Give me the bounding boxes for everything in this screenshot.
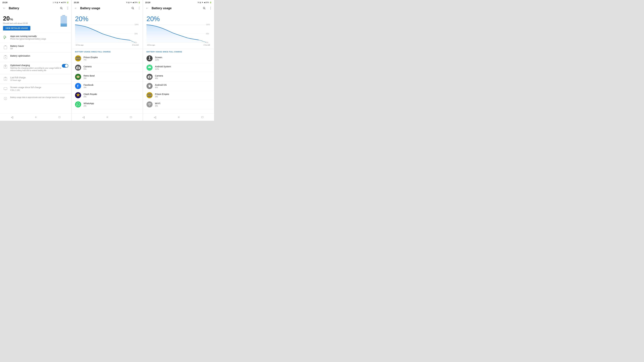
svg-rect-39: [76, 59, 80, 60]
android-os-text: Android OS 4%: [155, 84, 167, 89]
svg-rect-44: [77, 66, 78, 67]
list-item[interactable]: Clash Royale 2%: [72, 91, 143, 100]
battery-icon-wrap: [59, 15, 68, 27]
app-icon-screen: [146, 55, 152, 61]
app-icon-android-os: [146, 83, 152, 89]
svg-point-84: [149, 105, 150, 106]
signal-icon-2: ◀: [132, 1, 134, 3]
status-bar-1: 23:20 ▷ N ▥ ▼ ◀ 20% 🔋: [0, 0, 71, 4]
chart-labels-3: 13 hrs ago 4 hrs left: [146, 44, 210, 46]
facebook-name: Facebook: [84, 84, 94, 86]
prison-empire-3-pct: 3%: [155, 95, 169, 98]
facebook-pct: 3%: [84, 86, 94, 89]
list-item[interactable]: Prison Empire 3%: [143, 91, 214, 100]
recents-nav-1[interactable]: □: [56, 114, 63, 120]
optimised-charging-main: Optimised charging: [10, 64, 62, 66]
camera-3-pct: 4%: [155, 77, 163, 79]
settings-item-optimised-charging[interactable]: Optimised charging Optimise the charging…: [0, 62, 71, 74]
back-button-2[interactable]: ←: [74, 6, 78, 10]
panel-battery-usage-3: 23:20 N ▥ ▼ ◀ 20% 🔋 ← Battery usage ⋮ 20…: [143, 0, 214, 121]
list-item[interactable]: Android OS 4%: [143, 81, 214, 91]
battery-saver-sub: Off: [10, 47, 24, 50]
list-item[interactable]: f Facebook 3%: [72, 81, 143, 91]
battery-saver-main: Battery Saver: [10, 45, 24, 47]
recents-nav-2[interactable]: □: [127, 114, 135, 120]
more-options-icon-3[interactable]: ⋮: [208, 6, 213, 10]
settings-item-battery-opt[interactable]: Battery optimisation: [0, 52, 71, 62]
app-icon-camera: [75, 65, 81, 71]
list-item[interactable]: Android System 11%: [143, 63, 214, 72]
list-item[interactable]: Camera 5%: [72, 63, 143, 72]
chart-y-labels-2: 100% 50% 0%: [134, 24, 138, 43]
back-button-1[interactable]: ←: [2, 6, 6, 10]
settings-item-battery-saver[interactable]: Battery Saver Off: [0, 42, 71, 52]
back-button-3[interactable]: ←: [145, 6, 149, 10]
battery-opt-text: Battery optimisation: [10, 54, 30, 57]
battery-icon-status-3: 🔋: [210, 1, 212, 3]
recents-nav-3[interactable]: □: [198, 114, 206, 120]
optimised-charging-toggle[interactable]: [62, 64, 68, 68]
back-nav-3[interactable]: ◁: [151, 114, 159, 120]
chart-area-3: 100% 50% 0%: [146, 24, 210, 43]
list-item[interactable]: Prison Empire 7%: [72, 54, 143, 63]
battery-percent-status-3: 20%: [206, 1, 209, 3]
section-header-3: BATTERY USAGE SINCE FULL CHARGE: [143, 49, 214, 54]
svg-point-21: [5, 79, 6, 80]
whatsapp-text: WhatsApp 2%: [84, 102, 94, 107]
last-charge-main: Last full charge: [10, 76, 26, 79]
search-icon-2[interactable]: [131, 6, 135, 10]
nfc-icon-3: N: [198, 1, 199, 3]
disclaimer-item: Battery usage data is approximate and ca…: [0, 94, 71, 103]
clash-royale-pct: 2%: [84, 95, 97, 98]
svg-point-43: [78, 68, 78, 68]
app-icon-android-system: [146, 65, 152, 71]
back-nav-1[interactable]: ◁: [8, 114, 16, 120]
svg-rect-8: [4, 38, 5, 38]
disclaimer-text: Battery usage data is approximate and ca…: [10, 96, 65, 99]
battery-icon-status-1: 🔋: [67, 1, 69, 3]
chart-labels-2: 13 hrs ago 4 hrs left: [75, 44, 139, 46]
app-icon-prison-empire: [75, 55, 81, 61]
chart-container-3: 100% 50% 0% 13 hrs ago 4 hrs left: [146, 24, 210, 46]
list-item[interactable]: Camera 4%: [143, 72, 214, 81]
vibrate-icon-3: ▥: [200, 1, 201, 3]
svg-rect-6: [4, 36, 5, 38]
search-icon-3[interactable]: [202, 6, 206, 10]
list-item[interactable]: Retro Bowl 3%: [72, 72, 143, 81]
list-item[interactable]: WhatsApp 2%: [72, 100, 143, 109]
battery-graphic: [60, 15, 68, 27]
top-bar-icons-1: ⋮: [59, 6, 70, 10]
apps-normal-main: Apps are running normally: [10, 35, 46, 37]
wifi-name: Wi-Fi: [155, 102, 160, 105]
settings-item-apps-normal[interactable]: Apps are running normally Phone has typi…: [0, 33, 71, 42]
whatsapp-name: WhatsApp: [84, 102, 94, 105]
app-icon-retro-bowl: [75, 74, 81, 80]
chart-area-2: 100% 50% 0%: [75, 24, 139, 43]
status-time-2: 23:20: [74, 1, 79, 3]
clash-royale-name: Clash Royale: [84, 93, 97, 95]
home-nav-3[interactable]: ○: [175, 114, 182, 120]
home-nav-1[interactable]: ○: [32, 114, 40, 120]
battery-opt-main: Battery optimisation: [10, 54, 30, 57]
search-icon-1[interactable]: [59, 6, 64, 10]
battery-info: 20 % Should last until about 03:00 VIEW …: [3, 15, 30, 30]
back-nav-2[interactable]: ◁: [80, 114, 88, 120]
svg-point-73: [149, 85, 149, 86]
list-item[interactable]: Wi-Fi 3%: [143, 100, 214, 109]
prison-empire-name: Prison Empire: [84, 56, 98, 58]
chart-container-2: 100% 50% 0% 13 hrs ago 4 hrs left: [75, 24, 139, 46]
nfc-icon: N: [55, 1, 56, 3]
svg-rect-71: [149, 75, 150, 76]
more-options-icon-2[interactable]: ⋮: [137, 6, 141, 10]
svg-point-29: [132, 7, 133, 9]
more-options-icon-1[interactable]: ⋮: [66, 6, 70, 10]
apps-normal-text: Apps are running normally Phone has typi…: [10, 35, 46, 40]
home-nav-2[interactable]: ○: [104, 114, 111, 120]
svg-rect-12: [4, 46, 7, 49]
list-item[interactable]: Screen 12%: [143, 54, 214, 63]
top-bar-3: ← Battery usage ⋮: [143, 4, 214, 12]
bottom-nav-2: ◁ ○ □: [72, 113, 143, 121]
view-detailed-usage-button[interactable]: VIEW DETAILED USAGE: [3, 26, 30, 30]
percent-display: 20 %: [3, 15, 30, 22]
wifi-signal-icon: ▼: [59, 1, 60, 3]
